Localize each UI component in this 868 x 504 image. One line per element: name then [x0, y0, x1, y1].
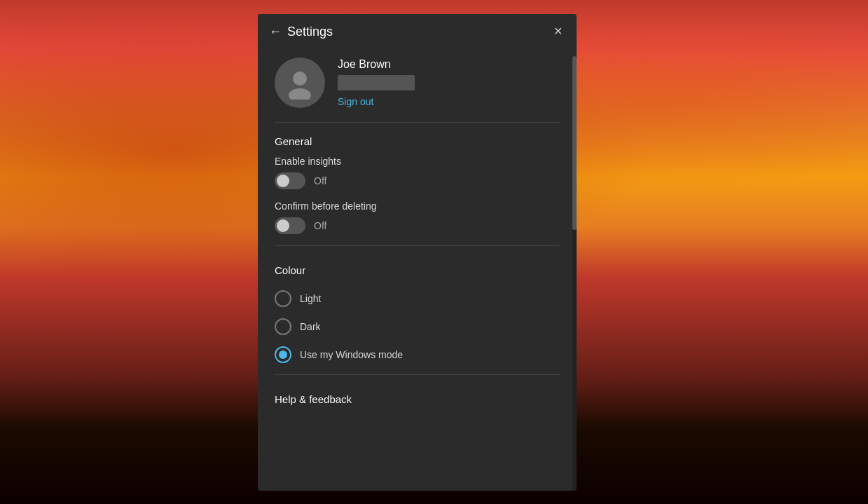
- scrollbar-thumb[interactable]: [572, 56, 577, 230]
- colour-dark-radio[interactable]: [275, 318, 291, 335]
- general-section-header: General: [275, 123, 560, 156]
- back-button[interactable]: ←: [269, 22, 287, 41]
- confirm-delete-row: Confirm before deleting Off: [275, 200, 560, 234]
- confirm-delete-toggle-row: Off: [275, 217, 560, 234]
- colour-section-header: Colour: [275, 252, 560, 285]
- colour-windows-radio[interactable]: [275, 346, 291, 363]
- avatar: [275, 57, 325, 108]
- settings-panel: ← Settings ✕ Joe Brown Sign out General …: [258, 14, 577, 491]
- colour-light-radio[interactable]: [275, 290, 291, 307]
- colour-dark-option[interactable]: Dark: [275, 313, 560, 341]
- confirm-delete-slider: [275, 217, 305, 234]
- close-button[interactable]: ✕: [551, 23, 565, 40]
- confirm-delete-state: Off: [314, 220, 326, 231]
- title-bar: ← Settings ✕: [258, 14, 577, 49]
- enable-insights-toggle[interactable]: [275, 172, 305, 189]
- user-info: Joe Brown Sign out: [338, 58, 415, 107]
- enable-insights-slider: [275, 172, 305, 189]
- enable-insights-toggle-row: Off: [275, 172, 560, 189]
- user-name: Joe Brown: [338, 58, 415, 71]
- sign-out-link[interactable]: Sign out: [338, 96, 415, 107]
- settings-content[interactable]: Joe Brown Sign out General Enable insigh…: [258, 49, 577, 491]
- colour-windows-label: Use my Windows mode: [300, 349, 403, 360]
- colour-light-label: Light: [300, 293, 321, 304]
- enable-insights-label: Enable insights: [275, 156, 560, 167]
- svg-point-0: [293, 71, 307, 86]
- colour-divider: [275, 374, 560, 375]
- confirm-delete-toggle[interactable]: [275, 217, 305, 234]
- svg-point-1: [289, 88, 311, 100]
- avatar-icon: [283, 66, 317, 100]
- colour-light-option[interactable]: Light: [275, 285, 560, 313]
- help-feedback-section-header: Help & feedback: [275, 381, 560, 414]
- user-tag-placeholder: [338, 75, 415, 90]
- enable-insights-row: Enable insights Off: [275, 156, 560, 189]
- colour-dark-label: Dark: [300, 321, 321, 332]
- settings-title: Settings: [287, 25, 551, 39]
- user-section: Joe Brown Sign out: [275, 49, 560, 123]
- scrollbar-track[interactable]: [572, 56, 577, 491]
- confirm-delete-label: Confirm before deleting: [275, 200, 560, 212]
- general-divider: [275, 245, 560, 246]
- colour-windows-option[interactable]: Use my Windows mode: [275, 341, 560, 369]
- enable-insights-state: Off: [314, 175, 326, 186]
